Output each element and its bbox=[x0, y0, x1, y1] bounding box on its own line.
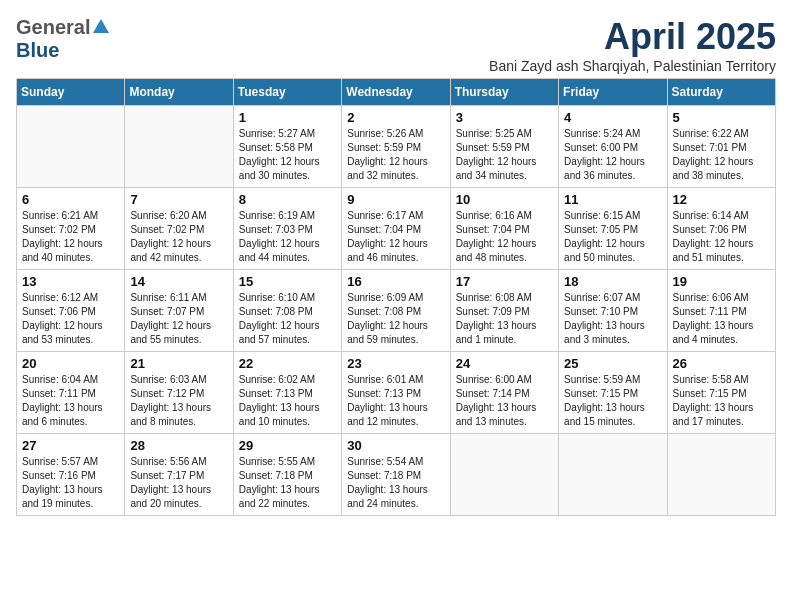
cell-content: Sunrise: 6:17 AMSunset: 7:04 PMDaylight:… bbox=[347, 209, 444, 265]
logo-icon bbox=[93, 19, 109, 33]
cell-content: Sunrise: 6:11 AMSunset: 7:07 PMDaylight:… bbox=[130, 291, 227, 347]
calendar-cell: 17Sunrise: 6:08 AMSunset: 7:09 PMDayligh… bbox=[450, 270, 558, 352]
calendar-cell bbox=[667, 434, 775, 516]
cell-content: Sunrise: 6:06 AMSunset: 7:11 PMDaylight:… bbox=[673, 291, 770, 347]
day-number: 26 bbox=[673, 356, 770, 371]
cell-content: Sunrise: 6:14 AMSunset: 7:06 PMDaylight:… bbox=[673, 209, 770, 265]
day-number: 27 bbox=[22, 438, 119, 453]
day-number: 11 bbox=[564, 192, 661, 207]
calendar-cell: 6Sunrise: 6:21 AMSunset: 7:02 PMDaylight… bbox=[17, 188, 125, 270]
day-number: 25 bbox=[564, 356, 661, 371]
day-number: 5 bbox=[673, 110, 770, 125]
calendar-cell: 3Sunrise: 5:25 AMSunset: 5:59 PMDaylight… bbox=[450, 106, 558, 188]
weekday-header: Wednesday bbox=[342, 79, 450, 106]
calendar-cell: 10Sunrise: 6:16 AMSunset: 7:04 PMDayligh… bbox=[450, 188, 558, 270]
calendar-cell bbox=[559, 434, 667, 516]
day-number: 20 bbox=[22, 356, 119, 371]
day-number: 21 bbox=[130, 356, 227, 371]
weekday-header: Monday bbox=[125, 79, 233, 106]
cell-content: Sunrise: 6:09 AMSunset: 7:08 PMDaylight:… bbox=[347, 291, 444, 347]
day-number: 22 bbox=[239, 356, 336, 371]
calendar-cell: 12Sunrise: 6:14 AMSunset: 7:06 PMDayligh… bbox=[667, 188, 775, 270]
day-number: 9 bbox=[347, 192, 444, 207]
cell-content: Sunrise: 5:59 AMSunset: 7:15 PMDaylight:… bbox=[564, 373, 661, 429]
calendar-cell: 14Sunrise: 6:11 AMSunset: 7:07 PMDayligh… bbox=[125, 270, 233, 352]
calendar-cell: 5Sunrise: 6:22 AMSunset: 7:01 PMDaylight… bbox=[667, 106, 775, 188]
day-number: 30 bbox=[347, 438, 444, 453]
calendar-week-row: 13Sunrise: 6:12 AMSunset: 7:06 PMDayligh… bbox=[17, 270, 776, 352]
day-number: 17 bbox=[456, 274, 553, 289]
calendar-cell: 23Sunrise: 6:01 AMSunset: 7:13 PMDayligh… bbox=[342, 352, 450, 434]
calendar-cell: 20Sunrise: 6:04 AMSunset: 7:11 PMDayligh… bbox=[17, 352, 125, 434]
calendar-cell: 27Sunrise: 5:57 AMSunset: 7:16 PMDayligh… bbox=[17, 434, 125, 516]
calendar-cell: 21Sunrise: 6:03 AMSunset: 7:12 PMDayligh… bbox=[125, 352, 233, 434]
day-number: 15 bbox=[239, 274, 336, 289]
calendar-cell: 18Sunrise: 6:07 AMSunset: 7:10 PMDayligh… bbox=[559, 270, 667, 352]
cell-content: Sunrise: 6:22 AMSunset: 7:01 PMDaylight:… bbox=[673, 127, 770, 183]
cell-content: Sunrise: 5:56 AMSunset: 7:17 PMDaylight:… bbox=[130, 455, 227, 511]
day-number: 23 bbox=[347, 356, 444, 371]
weekday-header: Sunday bbox=[17, 79, 125, 106]
calendar-cell: 15Sunrise: 6:10 AMSunset: 7:08 PMDayligh… bbox=[233, 270, 341, 352]
day-number: 14 bbox=[130, 274, 227, 289]
title-area: April 2025 Bani Zayd ash Sharqiyah, Pale… bbox=[489, 16, 776, 74]
calendar-week-row: 6Sunrise: 6:21 AMSunset: 7:02 PMDaylight… bbox=[17, 188, 776, 270]
day-number: 1 bbox=[239, 110, 336, 125]
cell-content: Sunrise: 5:55 AMSunset: 7:18 PMDaylight:… bbox=[239, 455, 336, 511]
day-number: 19 bbox=[673, 274, 770, 289]
cell-content: Sunrise: 5:24 AMSunset: 6:00 PMDaylight:… bbox=[564, 127, 661, 183]
logo: General Blue bbox=[16, 16, 109, 62]
cell-content: Sunrise: 6:16 AMSunset: 7:04 PMDaylight:… bbox=[456, 209, 553, 265]
day-number: 12 bbox=[673, 192, 770, 207]
cell-content: Sunrise: 5:58 AMSunset: 7:15 PMDaylight:… bbox=[673, 373, 770, 429]
cell-content: Sunrise: 5:26 AMSunset: 5:59 PMDaylight:… bbox=[347, 127, 444, 183]
cell-content: Sunrise: 6:08 AMSunset: 7:09 PMDaylight:… bbox=[456, 291, 553, 347]
cell-content: Sunrise: 6:02 AMSunset: 7:13 PMDaylight:… bbox=[239, 373, 336, 429]
day-number: 10 bbox=[456, 192, 553, 207]
cell-content: Sunrise: 5:54 AMSunset: 7:18 PMDaylight:… bbox=[347, 455, 444, 511]
weekday-header: Friday bbox=[559, 79, 667, 106]
calendar-cell: 22Sunrise: 6:02 AMSunset: 7:13 PMDayligh… bbox=[233, 352, 341, 434]
day-number: 18 bbox=[564, 274, 661, 289]
day-number: 6 bbox=[22, 192, 119, 207]
calendar-header-row: SundayMondayTuesdayWednesdayThursdayFrid… bbox=[17, 79, 776, 106]
calendar-week-row: 20Sunrise: 6:04 AMSunset: 7:11 PMDayligh… bbox=[17, 352, 776, 434]
cell-content: Sunrise: 6:20 AMSunset: 7:02 PMDaylight:… bbox=[130, 209, 227, 265]
calendar-cell: 19Sunrise: 6:06 AMSunset: 7:11 PMDayligh… bbox=[667, 270, 775, 352]
cell-content: Sunrise: 6:04 AMSunset: 7:11 PMDaylight:… bbox=[22, 373, 119, 429]
calendar-cell: 8Sunrise: 6:19 AMSunset: 7:03 PMDaylight… bbox=[233, 188, 341, 270]
calendar-cell bbox=[125, 106, 233, 188]
cell-content: Sunrise: 6:07 AMSunset: 7:10 PMDaylight:… bbox=[564, 291, 661, 347]
calendar-cell: 28Sunrise: 5:56 AMSunset: 7:17 PMDayligh… bbox=[125, 434, 233, 516]
logo-blue: Blue bbox=[16, 39, 59, 62]
calendar-cell bbox=[450, 434, 558, 516]
calendar-cell: 26Sunrise: 5:58 AMSunset: 7:15 PMDayligh… bbox=[667, 352, 775, 434]
day-number: 2 bbox=[347, 110, 444, 125]
calendar-cell: 13Sunrise: 6:12 AMSunset: 7:06 PMDayligh… bbox=[17, 270, 125, 352]
calendar-week-row: 27Sunrise: 5:57 AMSunset: 7:16 PMDayligh… bbox=[17, 434, 776, 516]
calendar-cell: 30Sunrise: 5:54 AMSunset: 7:18 PMDayligh… bbox=[342, 434, 450, 516]
calendar-cell: 29Sunrise: 5:55 AMSunset: 7:18 PMDayligh… bbox=[233, 434, 341, 516]
cell-content: Sunrise: 6:00 AMSunset: 7:14 PMDaylight:… bbox=[456, 373, 553, 429]
weekday-header: Saturday bbox=[667, 79, 775, 106]
month-title: April 2025 bbox=[489, 16, 776, 58]
logo-general: General bbox=[16, 16, 90, 39]
day-number: 7 bbox=[130, 192, 227, 207]
calendar-cell: 7Sunrise: 6:20 AMSunset: 7:02 PMDaylight… bbox=[125, 188, 233, 270]
cell-content: Sunrise: 6:21 AMSunset: 7:02 PMDaylight:… bbox=[22, 209, 119, 265]
cell-content: Sunrise: 6:10 AMSunset: 7:08 PMDaylight:… bbox=[239, 291, 336, 347]
calendar-table: SundayMondayTuesdayWednesdayThursdayFrid… bbox=[16, 78, 776, 516]
day-number: 29 bbox=[239, 438, 336, 453]
calendar-cell: 4Sunrise: 5:24 AMSunset: 6:00 PMDaylight… bbox=[559, 106, 667, 188]
page-header: General Blue April 2025 Bani Zayd ash Sh… bbox=[16, 16, 776, 74]
location-title: Bani Zayd ash Sharqiyah, Palestinian Ter… bbox=[489, 58, 776, 74]
day-number: 13 bbox=[22, 274, 119, 289]
calendar-cell: 24Sunrise: 6:00 AMSunset: 7:14 PMDayligh… bbox=[450, 352, 558, 434]
calendar-cell: 2Sunrise: 5:26 AMSunset: 5:59 PMDaylight… bbox=[342, 106, 450, 188]
calendar-cell: 16Sunrise: 6:09 AMSunset: 7:08 PMDayligh… bbox=[342, 270, 450, 352]
cell-content: Sunrise: 6:03 AMSunset: 7:12 PMDaylight:… bbox=[130, 373, 227, 429]
calendar-cell: 11Sunrise: 6:15 AMSunset: 7:05 PMDayligh… bbox=[559, 188, 667, 270]
calendar-week-row: 1Sunrise: 5:27 AMSunset: 5:58 PMDaylight… bbox=[17, 106, 776, 188]
day-number: 3 bbox=[456, 110, 553, 125]
day-number: 24 bbox=[456, 356, 553, 371]
